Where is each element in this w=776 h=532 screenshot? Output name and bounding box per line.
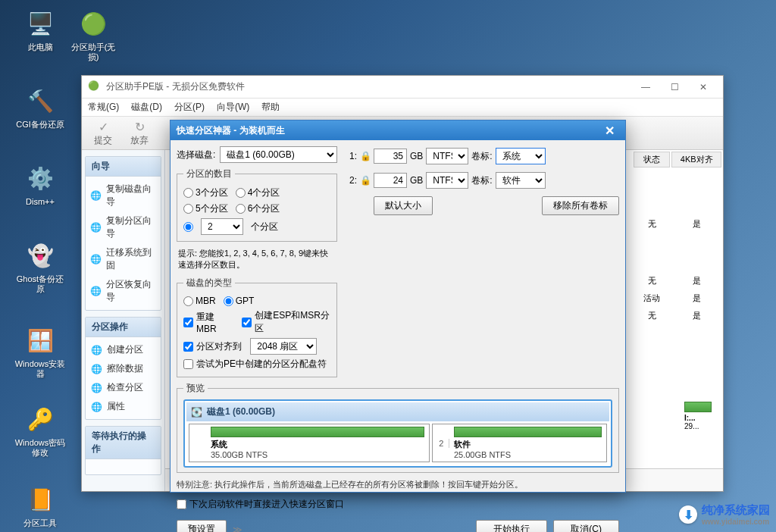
key-icon: 🔑 xyxy=(24,403,56,435)
minimize-button[interactable]: — xyxy=(632,78,659,96)
part2-fs-select[interactable]: NTFS xyxy=(426,172,468,189)
menubar: 常规(G) 磁盘(D) 分区(P) 向导(W) 帮助 xyxy=(82,99,723,117)
custom-count-select[interactable]: 2 xyxy=(201,218,243,235)
hint-text: 提示: 您能按1, 2, 3, 4, 5, 6, 7, 8, 9键来快速选择分区… xyxy=(177,246,337,272)
part1-fs-select[interactable]: NTFS xyxy=(426,148,468,164)
lock-icon[interactable]: 🔒 xyxy=(360,175,371,186)
preview-part-1[interactable]: 系统35.00GB NTFS xyxy=(189,424,430,462)
wipe-icon: 🌐 xyxy=(90,363,102,375)
cancel-button[interactable]: 取消(C) xyxy=(553,520,619,532)
chk-assign-letter[interactable] xyxy=(183,359,193,369)
part1-vol-select[interactable]: 系统 xyxy=(496,148,546,164)
quick-partition-dialog: 快速分区神器 - 为装机而生 ✕ 选择磁盘: 磁盘1 (60.00GB) 分区的… xyxy=(170,120,626,493)
watermark: ⬇ 纯净系统家园 www.yidaimei.com xyxy=(679,503,770,526)
i-drive-indicator: I:... 29... xyxy=(684,402,712,430)
close-button[interactable]: ✕ xyxy=(690,78,717,96)
partition-icon: 🌐 xyxy=(90,221,102,233)
dialog-close-button[interactable]: ✕ xyxy=(600,124,619,138)
desktop-icon-disktool[interactable]: 📙分区工具 xyxy=(14,483,67,528)
sidebar-item-create[interactable]: 🌐创建分区 xyxy=(89,340,158,359)
sidebar: 向导 🌐复制磁盘向导 🌐复制分区向导 🌐迁移系统到固 🌐分区恢复向导 分区操作 … xyxy=(82,150,165,491)
watermark-icon: ⬇ xyxy=(679,505,697,524)
chk-auto-open[interactable] xyxy=(177,499,186,509)
partition-table: 状态4KB对齐 无是 无是 活动是 无是 xyxy=(632,150,723,325)
toolbar-discard[interactable]: ↻放弃 xyxy=(124,118,155,149)
radio-5[interactable]: 5个分区 xyxy=(183,202,228,215)
props-icon: 🌐 xyxy=(90,401,102,413)
toolbar-commit[interactable]: ✓提交 xyxy=(88,118,118,149)
part2-size-input[interactable] xyxy=(374,173,407,188)
refresh-icon: ↻ xyxy=(135,120,145,134)
create-icon: 🌐 xyxy=(90,344,102,356)
titlebar: 🟢 分区助手PE版 - 无损分区免费软件 — ☐ ✕ xyxy=(82,76,723,99)
partition-row-1: 1: 🔒 GB NTFS 卷标: 系统 xyxy=(343,146,619,166)
desktop-icon-ghost[interactable]: 👻Ghost备份还原 xyxy=(14,239,67,294)
menu-disk[interactable]: 磁盘(D) xyxy=(131,101,162,114)
ghost-icon: 👻 xyxy=(24,239,56,271)
migrate-icon: 🌐 xyxy=(90,253,102,265)
sidebar-item-props[interactable]: 🌐属性 xyxy=(89,397,158,416)
partition-count-fieldset: 分区的数目 3个分区 4个分区 5个分区 6个分区 2 个分区 xyxy=(177,167,337,242)
chk-align[interactable] xyxy=(183,342,193,352)
desktop-icon-this-pc[interactable]: 🖥️此电脑 xyxy=(14,8,67,52)
disk-select[interactable]: 磁盘1 (60.00GB) xyxy=(220,146,337,163)
sidebar-item-wipe[interactable]: 🌐擦除数据 xyxy=(89,359,158,378)
disk-type-fieldset: 磁盘的类型 MBR GPT 重建MBR 创建ESP和MSR分区 分区对齐到 20… xyxy=(177,277,337,377)
preview-part-2[interactable]: 2 软件25.00GB NTFS xyxy=(432,424,607,462)
dialog-titlebar: 快速分区神器 - 为装机而生 ✕ xyxy=(171,120,625,140)
default-size-button[interactable]: 默认大小 xyxy=(374,196,433,215)
radio-mbr[interactable]: MBR xyxy=(183,296,216,306)
desktop-icon-cgi[interactable]: 🔨CGI备份还原 xyxy=(14,85,67,130)
start-button[interactable]: 开始执行 xyxy=(476,520,547,532)
desktop-icon-winpass[interactable]: 🔑Windows密码修改 xyxy=(14,403,67,458)
disk-icon: 💽 xyxy=(191,407,202,418)
warning-text: 特别注意: 执行此操作后，当前所选磁盘上已经存在的所有分区将被删除！按回车键开始… xyxy=(177,477,619,492)
sidebar-ops-header: 分区操作 xyxy=(86,318,161,337)
chk-rebuild-mbr[interactable] xyxy=(183,318,193,327)
preview-fieldset: 预览 💽磁盘1 (60.00GB) 系统35.00GB NTFS 2 软件25.… xyxy=(177,382,619,473)
partition-row-2: 2: 🔒 GB NTFS 卷标: 软件 xyxy=(343,171,619,190)
menu-general[interactable]: 常规(G) xyxy=(88,101,119,114)
sidebar-wizard-header: 向导 xyxy=(86,157,161,177)
preset-button[interactable]: 预设置 xyxy=(177,520,227,532)
app-icon: 🟢 xyxy=(88,80,102,94)
menu-wizard[interactable]: 向导(W) xyxy=(217,101,249,114)
pc-icon: 🖥️ xyxy=(24,8,56,39)
align-select[interactable]: 2048 扇区 xyxy=(250,338,317,355)
sidebar-item-check[interactable]: 🌐检查分区 xyxy=(89,378,158,397)
select-disk-label: 选择磁盘: xyxy=(177,149,215,161)
part1-size-input[interactable] xyxy=(374,149,407,164)
radio-gpt[interactable]: GPT xyxy=(224,296,255,306)
lock-icon[interactable]: 🔒 xyxy=(360,151,371,161)
diskgenius-icon: 📙 xyxy=(24,483,56,515)
recover-icon: 🌐 xyxy=(90,285,102,297)
hammer-icon: 🔨 xyxy=(24,85,56,117)
sidebar-pending-header: 等待执行的操作 xyxy=(86,427,161,459)
sidebar-item-copy-partition[interactable]: 🌐复制分区向导 xyxy=(89,211,158,243)
chk-esp-msr[interactable] xyxy=(242,318,252,327)
preview-disk-header: 💽磁盘1 (60.00GB) xyxy=(186,402,609,421)
maximize-button[interactable]: ☐ xyxy=(661,78,688,96)
check-icon: ✓ xyxy=(99,120,108,134)
desktop-icon-wininstall[interactable]: 🪟Windows安装器 xyxy=(14,324,67,379)
desktop-icon-dism[interactable]: ⚙️Dism++ xyxy=(14,162,67,207)
app-icon: 🟢 xyxy=(77,8,109,39)
menu-help[interactable]: 帮助 xyxy=(261,101,280,114)
sidebar-item-copy-disk[interactable]: 🌐复制磁盘向导 xyxy=(89,180,158,211)
menu-partition[interactable]: 分区(P) xyxy=(174,101,205,114)
part2-vol-select[interactable]: 软件 xyxy=(496,172,546,189)
desktop-icon-partition-assistant[interactable]: 🟢分区助手(无损) xyxy=(67,8,120,62)
window-title: 分区助手PE版 - 无损分区免费软件 xyxy=(106,80,632,93)
clear-labels-button[interactable]: 移除所有卷标 xyxy=(542,196,619,215)
radio-6[interactable]: 6个分区 xyxy=(236,202,280,215)
radio-custom[interactable] xyxy=(183,222,193,232)
gear-icon: ⚙️ xyxy=(24,162,56,194)
check-icon: 🌐 xyxy=(90,382,102,394)
radio-3[interactable]: 3个分区 xyxy=(183,186,228,199)
radio-4[interactable]: 4个分区 xyxy=(236,186,280,199)
sidebar-item-recover[interactable]: 🌐分区恢复向导 xyxy=(89,275,158,307)
windows-icon: 🪟 xyxy=(24,324,56,356)
disk-icon: 🌐 xyxy=(90,189,102,202)
chevron-icon: ≫ xyxy=(233,524,242,533)
sidebar-item-migrate[interactable]: 🌐迁移系统到固 xyxy=(89,243,158,275)
